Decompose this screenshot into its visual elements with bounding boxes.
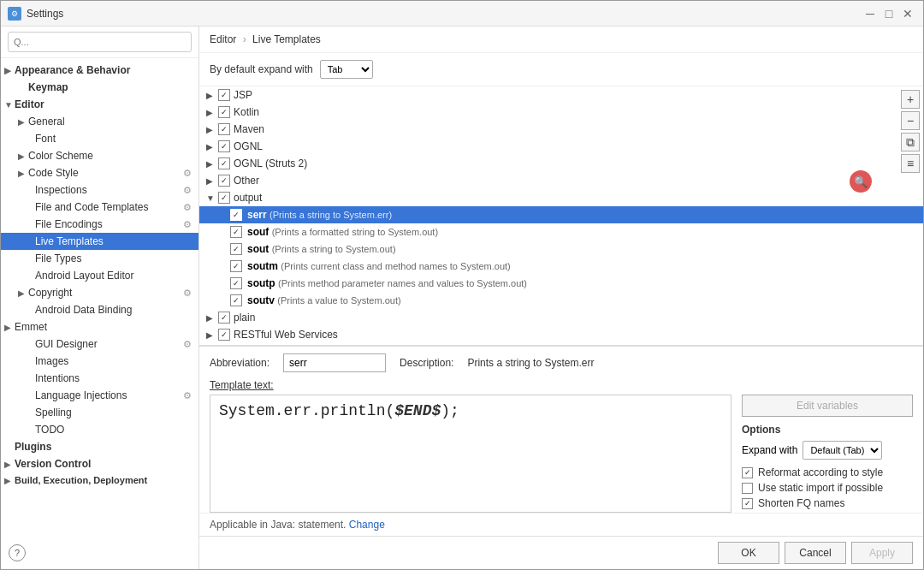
sidebar-item-android-layout[interactable]: Android Layout Editor [1, 267, 198, 284]
search-input[interactable] [8, 32, 192, 52]
sidebar-item-label: File Encodings [35, 218, 103, 230]
reformat-option-row: ✓ Reformat according to style [742, 466, 913, 478]
apply-button[interactable]: Apply [851, 542, 913, 564]
expand-arrow: ▶ [206, 91, 218, 100]
sidebar-item-file-types[interactable]: File Types [1, 250, 198, 267]
template-two-col: System.err.println($END$); Edit variable… [210, 395, 913, 513]
reformat-checkbox[interactable]: ✓ [742, 467, 753, 478]
group-row-restful[interactable]: ▶ ✓ RESTful Web Services [199, 326, 923, 343]
sidebar-item-build-execution[interactable]: ▶ Build, Execution, Deployment [1, 472, 198, 488]
template-item-soutm[interactable]: ✓ soutm (Prints current class and method… [199, 258, 923, 275]
abbreviation-input[interactable] [283, 353, 386, 372]
sidebar-item-version-control[interactable]: ▶ Version Control [1, 455, 198, 472]
gear-icon: ⚙ [183, 288, 192, 299]
template-check[interactable]: ✓ [230, 277, 242, 289]
template-code-area[interactable]: System.err.println($END$); [210, 395, 732, 513]
group-check[interactable]: ✓ [218, 329, 230, 341]
remove-template-button[interactable]: − [901, 111, 920, 130]
group-label: RESTful Web Services [234, 329, 338, 341]
group-row-other[interactable]: ▶ ✓ Other 🔍 [199, 172, 923, 189]
group-check[interactable]: ✓ [218, 140, 230, 152]
abbr-desc-row: Abbreviation: Description: Prints a stri… [210, 353, 913, 372]
main-panel: Editor › Live Templates By default expan… [199, 27, 923, 569]
expand-with-select[interactable]: Default (Tab) Tab Enter Space [803, 441, 882, 460]
copy-template-button[interactable]: ⧉ [901, 133, 920, 151]
sidebar-item-inspections[interactable]: Inspections ⚙ [1, 181, 198, 199]
template-text-label: Template text: [210, 379, 913, 391]
group-row-sql[interactable]: ▶ ✓ SQL [199, 343, 923, 346]
applicable-text: Applicable in Java: statement. [210, 519, 346, 531]
group-check[interactable]: ✓ [218, 89, 230, 101]
group-row-plain[interactable]: ▶ ✓ plain [199, 309, 923, 326]
gear-icon: ⚙ [183, 202, 192, 213]
sidebar-item-general[interactable]: ▶ General [1, 113, 198, 130]
group-row-maven[interactable]: ▶ ✓ Maven [199, 121, 923, 138]
action-row: OK Cancel Apply [199, 536, 923, 569]
sidebar-item-code-style[interactable]: ▶ Code Style ⚙ [1, 164, 198, 181]
sidebar-item-images[interactable]: Images [1, 353, 198, 370]
shorten-eq-checkbox[interactable]: ✓ [742, 498, 753, 509]
sidebar-item-font[interactable]: Font [1, 130, 198, 147]
template-item-serr[interactable]: ✓ serr (Prints a string to System.err) [199, 206, 923, 223]
template-item-sout[interactable]: ✓ sout (Prints a string to System.out) [199, 240, 923, 258]
sidebar-tree: ▶ Appearance & Behavior Keymap ▼ Editor … [1, 58, 198, 569]
sidebar-item-live-templates[interactable]: Live Templates [1, 233, 198, 250]
group-check[interactable]: ✓ [218, 123, 230, 135]
sidebar-item-language-injections[interactable]: Language Injections ⚙ [1, 387, 198, 404]
template-check[interactable]: ✓ [230, 243, 242, 255]
sidebar-item-color-scheme[interactable]: ▶ Color Scheme [1, 147, 198, 164]
ok-button[interactable]: OK [718, 542, 779, 564]
gear-icon: ⚙ [183, 390, 192, 401]
sidebar-item-label: File Types [35, 252, 81, 264]
template-item-soutv[interactable]: ✓ soutv (Prints a value to System.out) [199, 292, 923, 309]
sidebar-item-file-code-templates[interactable]: File and Code Templates ⚙ [1, 199, 198, 216]
group-check[interactable]: ✓ [218, 175, 230, 187]
sidebar-item-editor[interactable]: ▼ Editor [1, 96, 198, 113]
help-button[interactable]: ? [9, 544, 26, 561]
group-row-output[interactable]: ▼ ✓ output [199, 189, 923, 206]
sidebar-item-emmet[interactable]: ▶ Emmet [1, 318, 198, 335]
template-item-souf[interactable]: ✓ souf (Prints a formatted string to Sys… [199, 223, 923, 240]
maximize-button[interactable]: □ [880, 5, 897, 22]
template-check[interactable]: ✓ [230, 209, 242, 221]
edit-variables-button[interactable]: Edit variables [742, 395, 913, 417]
move-template-button[interactable]: ≡ [901, 154, 920, 173]
sidebar-item-label: Appearance & Behavior [15, 64, 130, 76]
group-check[interactable]: ✓ [218, 312, 230, 324]
sidebar-item-copyright[interactable]: ▶ Copyright ⚙ [1, 284, 198, 301]
group-label: plain [234, 312, 255, 324]
static-import-checkbox[interactable] [742, 483, 753, 494]
minimize-button[interactable]: ─ [862, 5, 879, 22]
group-row-kotlin[interactable]: ▶ ✓ Kotlin [199, 104, 923, 121]
close-button[interactable]: ✕ [899, 5, 916, 22]
expand-select[interactable]: Tab Enter Space [320, 60, 373, 79]
breadcrumb-current: Live Templates [252, 33, 321, 45]
reformat-label: Reformat according to style [758, 466, 883, 478]
sidebar-item-appearance[interactable]: ▶ Appearance & Behavior [1, 62, 198, 79]
sidebar-item-android-data[interactable]: Android Data Binding [1, 301, 198, 318]
group-row-jsp[interactable]: ▶ ✓ JSP [199, 86, 923, 104]
gear-icon: ⚙ [183, 219, 192, 230]
sidebar-item-plugins[interactable]: Plugins [1, 438, 198, 455]
template-check[interactable]: ✓ [230, 226, 242, 238]
gear-icon: ⚙ [183, 339, 192, 350]
cancel-button[interactable]: Cancel [785, 542, 846, 564]
group-check[interactable]: ✓ [218, 192, 230, 204]
group-check[interactable]: ✓ [218, 106, 230, 118]
sidebar-item-file-encodings[interactable]: File Encodings ⚙ [1, 216, 198, 233]
sidebar-item-spelling[interactable]: Spelling [1, 404, 198, 421]
sidebar-item-keymap[interactable]: Keymap [1, 79, 198, 96]
group-row-ognl-struts[interactable]: ▶ ✓ OGNL (Struts 2) [199, 155, 923, 172]
group-row-ognl[interactable]: ▶ ✓ OGNL [199, 138, 923, 155]
change-link[interactable]: Change [349, 519, 385, 531]
template-check[interactable]: ✓ [230, 294, 242, 306]
sidebar-item-todo[interactable]: TODO [1, 421, 198, 438]
template-item-soutp[interactable]: ✓ soutp (Prints method parameter names a… [199, 275, 923, 292]
add-template-button[interactable]: + [901, 90, 920, 109]
sidebar-item-intentions[interactable]: Intentions [1, 370, 198, 387]
template-check[interactable]: ✓ [230, 260, 242, 272]
template-abbr: serr [247, 209, 267, 221]
group-check[interactable]: ✓ [218, 157, 230, 169]
sidebar-item-gui-designer[interactable]: GUI Designer ⚙ [1, 335, 198, 353]
search-overlay-icon: 🔍 [850, 170, 872, 193]
